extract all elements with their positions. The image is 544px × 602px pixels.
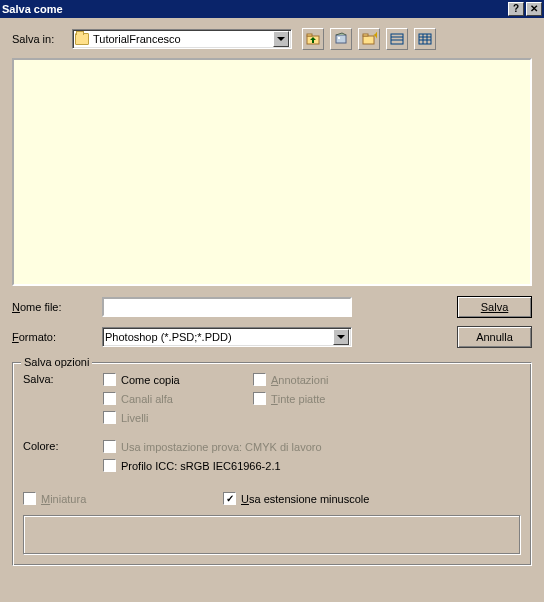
details-view-button[interactable] (414, 28, 436, 50)
format-dropdown[interactable]: Photoshop (*.PSD;*.PDD) (102, 327, 352, 347)
chevron-down-icon[interactable] (273, 31, 289, 47)
save-button[interactable]: Salva (457, 296, 532, 318)
folder-icon (75, 33, 89, 45)
checkbox-prova (103, 440, 116, 453)
new-folder-button[interactable]: ✦ (358, 28, 380, 50)
close-button[interactable]: ✕ (526, 2, 542, 16)
file-list[interactable] (12, 58, 532, 286)
svg-text:✦: ✦ (372, 32, 377, 41)
colore-label: Colore: (23, 440, 103, 478)
checkbox-miniatura (23, 492, 36, 505)
save-options-legend: Salva opzioni (21, 356, 92, 368)
save-in-label: Salva in: (12, 33, 72, 45)
list-view-button[interactable] (386, 28, 408, 50)
svg-rect-7 (391, 34, 403, 44)
svg-rect-10 (419, 34, 431, 44)
save-sublabel: Salva: (23, 373, 103, 430)
cancel-button[interactable]: Annulla (457, 326, 532, 348)
up-folder-button[interactable] (302, 28, 324, 50)
checkbox-come-copia[interactable] (103, 373, 116, 386)
svg-rect-1 (307, 34, 312, 36)
save-in-value: TutorialFrancesco (93, 33, 181, 45)
preview-area (23, 515, 521, 555)
save-in-dropdown[interactable]: TutorialFrancesco (72, 29, 292, 49)
checkbox-canali-alfa (103, 392, 116, 405)
checkbox-tinte-piatte (253, 392, 266, 405)
svg-rect-5 (363, 34, 368, 36)
titlebar: Salva come ? ✕ (0, 0, 544, 18)
checkbox-estensione[interactable] (223, 492, 236, 505)
svg-rect-2 (336, 35, 346, 43)
format-value: Photoshop (*.PSD;*.PDD) (105, 331, 232, 343)
window-title: Salva come (2, 3, 506, 15)
desktop-button[interactable] (330, 28, 352, 50)
checkbox-annotazioni (253, 373, 266, 386)
filename-input[interactable] (102, 297, 352, 317)
chevron-down-icon[interactable] (333, 329, 349, 345)
svg-rect-3 (338, 37, 340, 39)
checkbox-icc[interactable] (103, 459, 116, 472)
checkbox-livelli (103, 411, 116, 424)
help-button[interactable]: ? (508, 2, 524, 16)
save-options-group: Salva opzioni Salva: Come copia AAnnotaz… (12, 362, 532, 566)
